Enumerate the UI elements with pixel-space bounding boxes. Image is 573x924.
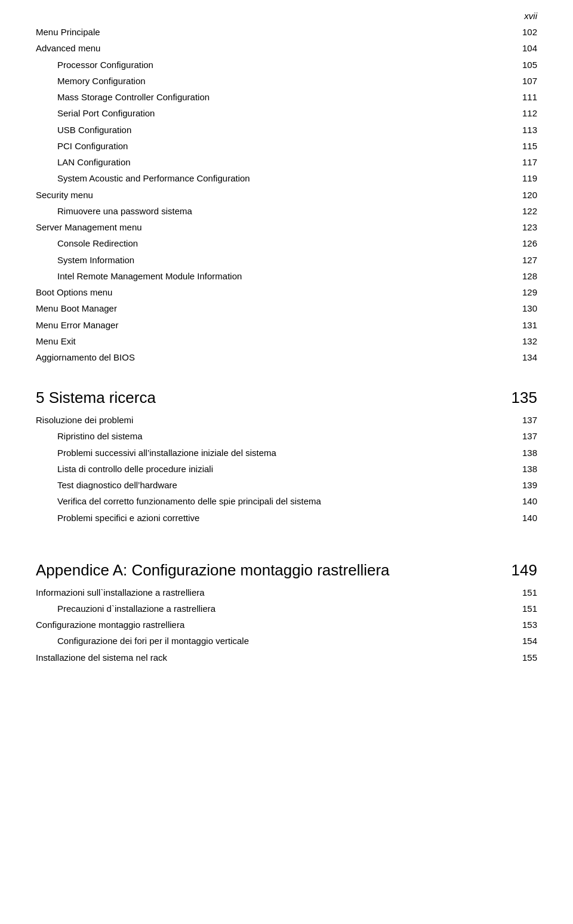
toc-entry-label: System Information bbox=[36, 252, 427, 268]
toc-entry: Boot Options menu129 bbox=[36, 284, 537, 300]
appendixa-heading-page: 149 bbox=[427, 543, 537, 584]
toc-entry-page: 131 bbox=[427, 317, 537, 333]
toc-entry-page: 117 bbox=[427, 154, 537, 170]
toc-entry-label: Console Redirection bbox=[36, 235, 427, 251]
toc-entry: Risoluzione dei problemi137 bbox=[36, 412, 537, 428]
toc-entry-label: Test diagnostico dell’hardware bbox=[36, 477, 427, 493]
toc-entry: Menu Principale102 bbox=[36, 24, 537, 40]
toc-entry-page: 111 bbox=[427, 89, 537, 105]
toc-entry: Rimuovere una password sistema122 bbox=[36, 203, 537, 219]
toc-entry: Advanced menu104 bbox=[36, 40, 537, 56]
toc-entry-page: 137 bbox=[427, 428, 537, 444]
toc-entry-label: Configurazione dei fori per il montaggio… bbox=[36, 633, 427, 649]
toc-entry: Intel Remote Management Module Informati… bbox=[36, 268, 537, 284]
toc-entry-page: 107 bbox=[427, 73, 537, 89]
toc-entry-page: 102 bbox=[427, 24, 537, 40]
toc-entry: PCI Configuration115 bbox=[36, 138, 537, 154]
toc-entry: Configurazione dei fori per il montaggio… bbox=[36, 633, 537, 649]
toc-entry: Verifica del corretto funzionamento dell… bbox=[36, 493, 537, 509]
toc-entry: Memory Configuration107 bbox=[36, 73, 537, 89]
toc-entry-label: Problemi successivi all’installazione in… bbox=[36, 445, 427, 461]
toc-entry-page: 104 bbox=[427, 40, 537, 56]
toc-entry-label: Menu Error Manager bbox=[36, 317, 427, 333]
toc-entry: Menu Error Manager131 bbox=[36, 317, 537, 333]
toc-entry-page: 154 bbox=[427, 633, 537, 649]
toc-entry: Precauzioni d`installazione a rastrellie… bbox=[36, 600, 537, 617]
toc-entry-label: Boot Options menu bbox=[36, 284, 427, 300]
toc-appendixa: Appendice A: Configurazione montaggio ra… bbox=[36, 543, 537, 666]
toc-entry: USB Configuration113 bbox=[36, 122, 537, 138]
toc-entry: System Acoustic and Performance Configur… bbox=[36, 170, 537, 186]
toc-entry-page: 153 bbox=[427, 617, 537, 633]
toc-entry: Serial Port Configuration112 bbox=[36, 105, 537, 121]
toc-entry-page: 113 bbox=[427, 122, 537, 138]
toc-entry-page: 127 bbox=[427, 252, 537, 268]
toc-entry: Problemi successivi all’installazione in… bbox=[36, 445, 537, 461]
toc-entry-label: LAN Configuration bbox=[36, 154, 427, 170]
toc-entry-page: 128 bbox=[427, 268, 537, 284]
toc-entry: Ripristino del sistema137 bbox=[36, 428, 537, 444]
toc-main: Menu Principale102Advanced menu104Proces… bbox=[36, 24, 537, 365]
toc-entry-page: 115 bbox=[427, 138, 537, 154]
toc-entry: LAN Configuration117 bbox=[36, 154, 537, 170]
toc-entry-label: Installazione del sistema nel rack bbox=[36, 649, 427, 666]
toc-entry-label: PCI Configuration bbox=[36, 138, 427, 154]
toc-entry-label: Rimuovere una password sistema bbox=[36, 203, 427, 219]
toc-entry-page: 134 bbox=[427, 349, 537, 365]
toc-entry-label: Precauzioni d`installazione a rastrellie… bbox=[36, 600, 427, 617]
toc-entry-page: 105 bbox=[427, 57, 537, 73]
toc-entry: Test diagnostico dell’hardware139 bbox=[36, 477, 537, 493]
toc-entry-label: Mass Storage Controller Configuration bbox=[36, 89, 427, 105]
toc-entry: System Information127 bbox=[36, 252, 537, 268]
toc-entry-label: Advanced menu bbox=[36, 40, 427, 56]
toc-entry-page: 112 bbox=[427, 105, 537, 121]
toc-entry: Lista di controllo delle procedure inizi… bbox=[36, 461, 537, 477]
page-number: xvii bbox=[524, 11, 537, 21]
toc-entry: Processor Configuration105 bbox=[36, 57, 537, 73]
appendixa-heading: Appendice A: Configurazione montaggio ra… bbox=[36, 543, 537, 584]
toc-entry-label: USB Configuration bbox=[36, 122, 427, 138]
toc-entry-page: 140 bbox=[427, 493, 537, 509]
toc-entry-label: Verifica del corretto funzionamento dell… bbox=[36, 493, 427, 509]
toc-entry-page: 126 bbox=[427, 235, 537, 251]
appendixa-heading-label: Appendice A: Configurazione montaggio ra… bbox=[36, 543, 427, 584]
chapter5-heading-page: 135 bbox=[427, 382, 537, 412]
toc-entry-label: Server Management menu bbox=[36, 219, 427, 235]
toc-entry-page: 138 bbox=[427, 461, 537, 477]
toc-entry-label: Aggiornamento del BIOS bbox=[36, 349, 427, 365]
toc-entry-label: Lista di controllo delle procedure inizi… bbox=[36, 461, 427, 477]
toc-entry-page: 123 bbox=[427, 219, 537, 235]
toc-entry-label: Risoluzione dei problemi bbox=[36, 412, 427, 428]
toc-entry-label: Informazioni sull`installazione a rastre… bbox=[36, 584, 427, 600]
toc-entry: Menu Exit132 bbox=[36, 333, 537, 349]
toc-entry-label: Memory Configuration bbox=[36, 73, 427, 89]
toc-entry-label: Security menu bbox=[36, 187, 427, 203]
toc-entry-label: Ripristino del sistema bbox=[36, 428, 427, 444]
toc-entry: Configurazione montaggio rastrelliera153 bbox=[36, 617, 537, 633]
toc-entry: Aggiornamento del BIOS134 bbox=[36, 349, 537, 365]
toc-entry-label: Menu Boot Manager bbox=[36, 300, 427, 316]
toc-entry: Console Redirection126 bbox=[36, 235, 537, 251]
chapter5-heading-label: 5 Sistema ricerca bbox=[36, 382, 427, 412]
toc-entry-label: Problemi specifici e azioni correttive bbox=[36, 510, 427, 526]
toc-entry-page: 130 bbox=[427, 300, 537, 316]
toc-entry-page: 137 bbox=[427, 412, 537, 428]
toc-chapter5: 5 Sistema ricerca135Risoluzione dei prob… bbox=[36, 382, 537, 526]
toc-entry-label: Configurazione montaggio rastrelliera bbox=[36, 617, 427, 633]
toc-entry-page: 151 bbox=[427, 584, 537, 600]
toc-entry-page: 138 bbox=[427, 445, 537, 461]
toc-entry-page: 120 bbox=[427, 187, 537, 203]
toc-entry: Problemi specifici e azioni correttive14… bbox=[36, 510, 537, 526]
toc-entry: Security menu120 bbox=[36, 187, 537, 203]
toc-entry-label: Intel Remote Management Module Informati… bbox=[36, 268, 427, 284]
toc-entry-page: 140 bbox=[427, 510, 537, 526]
toc-entry-page: 132 bbox=[427, 333, 537, 349]
toc-entry-label: Menu Principale bbox=[36, 24, 427, 40]
toc-entry: Server Management menu123 bbox=[36, 219, 537, 235]
toc-entry-label: Menu Exit bbox=[36, 333, 427, 349]
toc-entry-page: 155 bbox=[427, 649, 537, 666]
toc-entry-label: Serial Port Configuration bbox=[36, 105, 427, 121]
toc-entry: Installazione del sistema nel rack155 bbox=[36, 649, 537, 666]
toc-entry: Menu Boot Manager130 bbox=[36, 300, 537, 316]
chapter5-heading: 5 Sistema ricerca135 bbox=[36, 382, 537, 412]
